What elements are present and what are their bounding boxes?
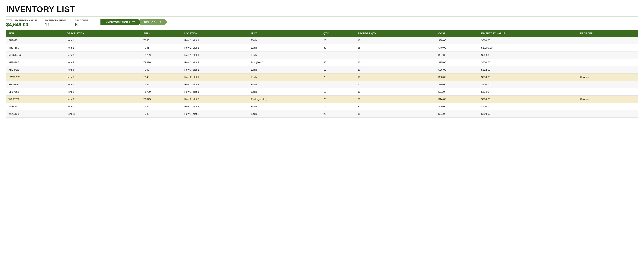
cell-description: Item 4 <box>65 59 141 66</box>
cell-location: Row 3, slot 1 <box>182 66 248 74</box>
cell-sku: TS3456 <box>6 103 65 110</box>
cell-bin: T349 <box>141 81 182 88</box>
column-header-unit: UNIT <box>249 30 321 37</box>
cell-inv_value: $57.00 <box>479 88 578 96</box>
header-row: SKUDESCRIPTIONBIN #LOCATIONUNITQTYREORDE… <box>6 30 638 37</box>
cell-sku: PW98762 <box>6 74 65 81</box>
cell-location: Row 1, slot 2 <box>182 103 248 110</box>
title-underline <box>6 16 638 16</box>
cell-sku: MK676554 <box>6 52 65 59</box>
cell-inv_value: $900.00 <box>479 103 578 110</box>
cell-reorder: Reorder <box>578 96 638 103</box>
cell-qty: 40 <box>321 59 355 66</box>
cell-reorder <box>578 81 638 88</box>
cell-description: Item 8 <box>65 88 141 96</box>
cell-unit: Each <box>249 88 321 96</box>
cell-location: Row 2, slot 1 <box>182 74 248 81</box>
cell-description: Item 1 <box>65 37 141 44</box>
cell-qty: 10 <box>321 52 355 59</box>
cell-reorder_qty: 15 <box>355 110 436 118</box>
column-header-cost: COST <box>436 30 479 37</box>
cell-cost: $14.00 <box>436 96 479 103</box>
cell-unit: Each <box>249 110 321 118</box>
cell-sku: SP7875 <box>6 37 65 44</box>
column-header-reorder: REORDER <box>578 30 638 37</box>
cell-cost: $3.00 <box>436 88 479 96</box>
cell-location: Row 2, slot 1 <box>182 44 248 52</box>
cell-unit: Each <box>249 103 321 110</box>
nav-tabs: INVENTORY PICK LIST BIN LOOKUP <box>100 19 168 25</box>
cell-reorder <box>578 110 638 118</box>
cell-qty: 10 <box>321 81 355 88</box>
cell-unit: Each <box>249 81 321 88</box>
table-row: XR23423Item 5T098Row 3, slot 1Each1210$2… <box>6 66 638 74</box>
cell-sku: WT98768 <box>6 96 65 103</box>
cell-location: Row 2, slot 1 <box>182 37 248 44</box>
cell-inv_value: $100.00 <box>479 81 578 88</box>
page-title: INVENTORY LIST <box>6 5 638 14</box>
table-row: YE98767Item 4T9876Row 3, slot 2Box (10 c… <box>6 59 638 66</box>
cell-bin: T345 <box>141 44 182 52</box>
cell-bin: T345 <box>141 37 182 44</box>
table-header: SKUDESCRIPTIONBIN #LOCATIONUNITQTYREORDE… <box>6 30 638 37</box>
cell-sku: BM87684 <box>6 81 65 88</box>
cell-unit: Each <box>249 52 321 59</box>
inventory-table: SKUDESCRIPTIONBIN #LOCATIONUNITQTYREORDE… <box>6 30 638 118</box>
cell-bin: T098 <box>141 66 182 74</box>
column-header-inventory-value: INVENTORY VALUE <box>479 30 578 37</box>
cell-inv_value: $312.00 <box>479 66 578 74</box>
cell-cost: $50.00 <box>436 74 479 81</box>
cell-unit: Package (5 ct) <box>249 96 321 103</box>
cell-location: Row 1, slot 1 <box>182 52 248 59</box>
bin-count-value: 6 <box>75 22 89 28</box>
cell-sku: BH67655 <box>6 88 65 96</box>
cell-reorder <box>578 103 638 110</box>
total-inventory-label: TOTAL INVENTORY VALUE <box>6 19 37 22</box>
items-value: 11 <box>45 22 67 28</box>
table-row: BM87684Item 7T349Row 1, slot 2Each105$10… <box>6 81 638 88</box>
table-row: TR87680Item 2T345Row 2, slot 1Each3015$4… <box>6 44 638 52</box>
column-header-description: DESCRIPTION <box>65 30 141 37</box>
table-body: SP7875Item 1T345Row 2, slot 1Each2010$30… <box>6 37 638 118</box>
cell-qty: 15 <box>321 103 355 110</box>
cell-location: Row 1, slot 1 <box>182 88 248 96</box>
column-header-qty: QTY <box>321 30 355 37</box>
cell-reorder <box>578 66 638 74</box>
cell-bin: T5789 <box>141 52 182 59</box>
cell-inv_value: $50.00 <box>479 52 578 59</box>
cell-unit: Each <box>249 44 321 52</box>
cell-inv_value: $200.00 <box>479 110 578 118</box>
cell-reorder_qty: 8 <box>355 103 436 110</box>
table-row: PW98762Item 6T345Row 2, slot 1Each710$50… <box>6 74 638 81</box>
table-row: WDG123Item 11T349Row 1, slot 2Each2515$8… <box>6 110 638 118</box>
total-inventory-value: $4,649.00 <box>6 22 37 28</box>
tab-pick-list[interactable]: INVENTORY PICK LIST <box>100 19 141 25</box>
cell-qty: 19 <box>321 88 355 96</box>
total-inventory-block: TOTAL INVENTORY VALUE $4,649.00 <box>6 19 37 28</box>
cell-bin: T349 <box>141 110 182 118</box>
tab-bin-lookup[interactable]: BIN LOOKUP <box>140 19 168 25</box>
cell-reorder_qty: 10 <box>355 37 436 44</box>
cell-description: Item 5 <box>65 66 141 74</box>
cell-reorder: Reorder <box>578 74 638 81</box>
items-label: INVENTORY ITEMS: <box>45 19 67 22</box>
table-row: MK676554Item 3T5789Row 1, slot 1Each105$… <box>6 52 638 59</box>
cell-cost: $15.00 <box>436 59 479 66</box>
cell-unit: Each <box>249 37 321 44</box>
cell-bin: T9876 <box>141 59 182 66</box>
cell-bin: T5789 <box>141 88 182 96</box>
cell-qty: 30 <box>321 44 355 52</box>
cell-cost: $60.00 <box>436 103 479 110</box>
cell-description: Item 11 <box>65 110 141 118</box>
cell-unit: Box (10 ct) <box>249 59 321 66</box>
cell-reorder_qty: 10 <box>355 88 436 96</box>
cell-cost: $10.00 <box>436 81 479 88</box>
cell-description: Item 9 <box>65 96 141 103</box>
cell-reorder_qty: 5 <box>355 52 436 59</box>
cell-reorder <box>578 44 638 52</box>
cell-reorder_qty: 30 <box>355 96 436 103</box>
cell-reorder <box>578 59 638 66</box>
cell-location: Row 3, slot 2 <box>182 59 248 66</box>
summary-row: TOTAL INVENTORY VALUE $4,649.00 INVENTOR… <box>6 19 638 28</box>
cell-description: Item 7 <box>65 81 141 88</box>
